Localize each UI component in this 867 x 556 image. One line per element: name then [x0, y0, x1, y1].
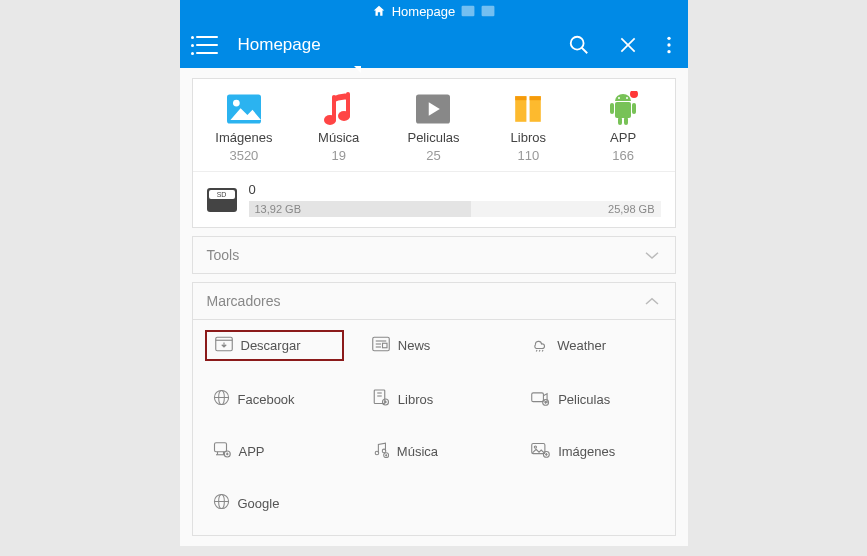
- bookmark-música[interactable]: Música: [364, 437, 503, 465]
- bookmark-label: Google: [238, 496, 280, 511]
- bookmark-label: Imágenes: [558, 444, 615, 459]
- toolbar: Homepage: [180, 22, 688, 68]
- chevron-down-icon: [643, 249, 661, 261]
- svg-point-6: [667, 37, 670, 40]
- svg-point-23: [626, 97, 628, 99]
- svg-rect-36: [374, 390, 385, 404]
- books-icon: [512, 91, 544, 127]
- media-count: 25: [426, 148, 440, 163]
- storage-index: 0: [249, 182, 661, 197]
- bookmark-app[interactable]: APP: [205, 437, 344, 465]
- svg-rect-0: [462, 6, 475, 17]
- svg-point-7: [667, 43, 670, 46]
- svg-point-47: [375, 451, 379, 455]
- storage-bar: 13,92 GB 25,98 GB: [249, 201, 661, 217]
- bookmark-peliculas[interactable]: Peliculas: [523, 385, 662, 413]
- tab-bar[interactable]: Homepage: [180, 0, 688, 22]
- media-count: 3520: [229, 148, 258, 163]
- svg-rect-40: [532, 392, 544, 401]
- svg-rect-29: [382, 343, 387, 348]
- bookmark-news[interactable]: News: [364, 330, 503, 361]
- app-dl-icon: [213, 441, 231, 461]
- storage-row[interactable]: 0 13,92 GB 25,98 GB: [193, 171, 675, 227]
- svg-rect-17: [615, 102, 631, 118]
- svg-point-12: [338, 111, 350, 121]
- globe-icon: [213, 493, 230, 513]
- svg-line-30: [536, 350, 537, 352]
- storage-used-label: 13,92 GB: [249, 203, 301, 215]
- bookmark-label: Peliculas: [558, 392, 610, 407]
- news-icon: [372, 336, 390, 355]
- image-dl-icon: [531, 442, 550, 461]
- search-icon[interactable]: [568, 34, 590, 56]
- weather-icon: [531, 336, 549, 355]
- svg-point-11: [324, 115, 336, 125]
- chevron-up-icon: [643, 295, 661, 307]
- svg-point-22: [618, 97, 620, 99]
- media-label: Libros: [511, 130, 546, 145]
- bookmark-label: Música: [397, 444, 438, 459]
- svg-rect-15: [530, 96, 541, 100]
- svg-rect-21: [624, 117, 628, 125]
- bookmark-label: APP: [239, 444, 265, 459]
- storage-total-label: 25,98 GB: [608, 203, 654, 215]
- android-icon: [607, 91, 639, 127]
- bookmark-facebook[interactable]: Facebook: [205, 385, 344, 413]
- tab-window-icon: [481, 5, 495, 17]
- book-dl-icon: [372, 389, 390, 409]
- tab-window-icon: [461, 5, 475, 17]
- more-icon[interactable]: [666, 35, 672, 55]
- music-dl-icon: [372, 441, 389, 461]
- video-dl-icon: [531, 390, 550, 409]
- svg-line-31: [539, 350, 540, 352]
- media-label: APP: [610, 130, 636, 145]
- bookmark-label: Weather: [557, 338, 606, 353]
- svg-point-51: [534, 445, 536, 447]
- media-count: 166: [612, 148, 634, 163]
- media-item-video[interactable]: Peliculas25: [386, 91, 480, 163]
- bookmark-label: Facebook: [238, 392, 295, 407]
- page-title[interactable]: Homepage: [238, 35, 321, 55]
- svg-rect-19: [632, 103, 636, 114]
- svg-rect-18: [610, 103, 614, 114]
- download-icon: [215, 336, 233, 355]
- svg-point-16: [630, 91, 638, 98]
- bookmark-label: Descargar: [241, 338, 301, 353]
- media-label: Peliculas: [407, 130, 459, 145]
- bookmark-descargar[interactable]: Descargar: [205, 330, 344, 361]
- media-item-images[interactable]: Imágenes3520: [197, 91, 291, 163]
- svg-line-32: [542, 350, 543, 352]
- globe-icon: [213, 389, 230, 409]
- bookmark-google[interactable]: Google: [205, 489, 344, 517]
- svg-point-2: [570, 37, 583, 50]
- media-label: Imágenes: [215, 130, 272, 145]
- dropdown-indicator: [354, 66, 361, 73]
- section-tools[interactable]: Tools: [192, 236, 676, 274]
- section-bookmarks[interactable]: Marcadores: [192, 282, 676, 320]
- bookmark-label: News: [398, 338, 431, 353]
- bookmark-imágenes[interactable]: Imágenes: [523, 437, 662, 465]
- media-item-music[interactable]: Música19: [292, 91, 386, 163]
- video-icon: [416, 91, 450, 127]
- svg-point-48: [382, 449, 386, 453]
- sd-card-icon: [207, 188, 237, 212]
- menu-icon[interactable]: [196, 36, 218, 54]
- svg-point-8: [667, 50, 670, 53]
- tab-label: Homepage: [392, 4, 456, 19]
- bookmark-libros[interactable]: Libros: [364, 385, 503, 413]
- bookmark-weather[interactable]: Weather: [523, 330, 662, 361]
- music-icon: [324, 91, 354, 127]
- svg-line-3: [581, 48, 587, 54]
- close-icon[interactable]: [618, 35, 638, 55]
- images-icon: [227, 91, 261, 127]
- svg-rect-1: [482, 6, 495, 17]
- svg-rect-14: [515, 96, 526, 100]
- home-icon: [372, 4, 386, 18]
- svg-point-10: [233, 100, 240, 107]
- media-item-android[interactable]: APP166: [576, 91, 670, 163]
- media-item-books[interactable]: Libros110: [481, 91, 575, 163]
- svg-rect-20: [618, 117, 622, 125]
- bookmark-label: Libros: [398, 392, 433, 407]
- media-count: 19: [331, 148, 345, 163]
- svg-rect-42: [214, 443, 226, 452]
